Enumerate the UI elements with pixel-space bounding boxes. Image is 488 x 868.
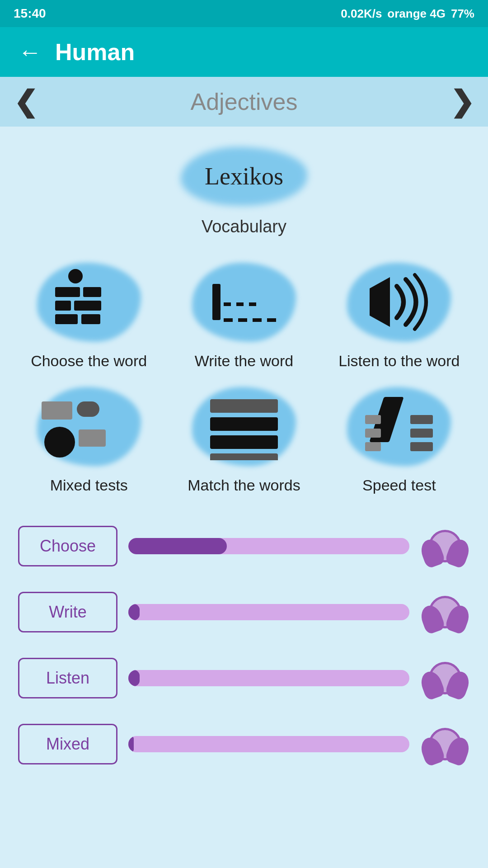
speed-test-label: Speed test bbox=[362, 476, 436, 494]
write-word-icon-container bbox=[192, 259, 296, 345]
svg-rect-17 bbox=[210, 417, 278, 431]
listen-icon bbox=[361, 268, 437, 336]
main-content: Lexikos Vocabulary bbox=[0, 127, 488, 796]
vocab-section: Lexikos Vocabulary bbox=[18, 145, 470, 236]
progress-row-write: Write bbox=[18, 587, 470, 637]
speed-svg-icon bbox=[361, 392, 437, 460]
progress-badge-listen bbox=[420, 653, 470, 703]
listen-svg-icon bbox=[361, 268, 437, 336]
mixed-tests-label: Mixed tests bbox=[50, 476, 128, 494]
write-word-label: Write the word bbox=[195, 352, 294, 370]
progress-fill-write bbox=[128, 604, 140, 620]
progress-bar-mixed bbox=[128, 736, 409, 752]
svg-rect-2 bbox=[83, 287, 101, 297]
progress-section: Choose Write Listen bbox=[18, 521, 470, 769]
svg-rect-3 bbox=[55, 301, 71, 311]
write-svg-icon bbox=[206, 270, 282, 334]
exercise-speed-test[interactable]: Speed test bbox=[328, 383, 470, 494]
svg-rect-18 bbox=[210, 435, 278, 449]
choose-icon bbox=[51, 268, 127, 336]
carrier-info: orange 4G bbox=[387, 7, 446, 21]
speed-test-icon-container bbox=[347, 383, 451, 469]
progress-fill-mixed bbox=[128, 736, 134, 752]
prev-category-button[interactable]: ❮ bbox=[14, 85, 38, 118]
speed-icon bbox=[361, 392, 437, 460]
vocab-label: Vocabulary bbox=[202, 217, 286, 236]
svg-rect-24 bbox=[365, 415, 381, 424]
svg-rect-6 bbox=[81, 314, 100, 324]
match-words-icon-container bbox=[192, 383, 296, 469]
svg-rect-21 bbox=[410, 415, 433, 424]
progress-mixed-button[interactable]: Mixed bbox=[18, 724, 117, 764]
svg-rect-15 bbox=[79, 429, 106, 447]
vocab-logo: Lexikos bbox=[181, 145, 307, 208]
choose-svg-icon bbox=[51, 268, 127, 336]
exercise-choose-word[interactable]: Choose the word bbox=[18, 259, 160, 370]
svg-rect-19 bbox=[210, 453, 278, 460]
badge-wings-write bbox=[420, 587, 470, 637]
mixed-icon bbox=[37, 392, 141, 460]
status-bar: 15:40 0.02K/s orange 4G 77% bbox=[0, 0, 488, 27]
progress-bar-write bbox=[128, 604, 409, 620]
listen-word-icon-container bbox=[347, 259, 451, 345]
progress-choose-button[interactable]: Choose bbox=[18, 526, 117, 566]
listen-word-label: Listen to the word bbox=[338, 352, 460, 370]
category-bar: ❮ Adjectives ❯ bbox=[0, 77, 488, 127]
next-category-button[interactable]: ❯ bbox=[450, 85, 474, 118]
svg-rect-13 bbox=[77, 401, 99, 417]
back-button[interactable]: ← bbox=[18, 38, 42, 66]
badge-wings-mixed bbox=[420, 719, 470, 769]
svg-point-14 bbox=[44, 427, 75, 458]
progress-badge-write bbox=[420, 587, 470, 637]
progress-row-mixed: Mixed bbox=[18, 719, 470, 769]
match-svg-icon bbox=[206, 392, 282, 460]
badge-wings-choose bbox=[420, 521, 470, 571]
choose-word-icon-container bbox=[37, 259, 141, 345]
match-words-label: Match the words bbox=[188, 476, 300, 494]
svg-rect-11 bbox=[370, 288, 390, 316]
exercise-listen-word[interactable]: Listen to the word bbox=[328, 259, 470, 370]
exercise-match-words[interactable]: Match the words bbox=[173, 383, 314, 494]
svg-rect-16 bbox=[210, 399, 278, 413]
progress-badge-choose bbox=[420, 521, 470, 571]
battery-level: 77% bbox=[451, 7, 474, 21]
svg-rect-1 bbox=[55, 287, 80, 297]
exercise-grid: Choose the word Write the word bbox=[18, 259, 470, 494]
svg-point-0 bbox=[68, 269, 83, 283]
header: ← Human bbox=[0, 27, 488, 77]
progress-row-choose: Choose bbox=[18, 521, 470, 571]
exercise-mixed-tests[interactable]: Mixed tests bbox=[18, 383, 160, 494]
network-speed: 0.02K/s bbox=[341, 7, 382, 21]
page-title: Human bbox=[55, 38, 135, 66]
svg-rect-12 bbox=[42, 401, 72, 420]
write-icon bbox=[206, 270, 282, 334]
badge-wings-listen bbox=[420, 653, 470, 703]
progress-row-listen: Listen bbox=[18, 653, 470, 703]
progress-badge-mixed bbox=[420, 719, 470, 769]
svg-rect-22 bbox=[410, 429, 433, 438]
mixed-svg-icon bbox=[37, 392, 114, 460]
svg-rect-4 bbox=[74, 301, 101, 311]
category-name: Adjectives bbox=[191, 88, 298, 115]
exercise-write-word[interactable]: Write the word bbox=[173, 259, 314, 370]
progress-write-button[interactable]: Write bbox=[18, 592, 117, 632]
progress-bar-listen bbox=[128, 670, 409, 686]
svg-rect-25 bbox=[365, 429, 381, 438]
progress-bar-choose bbox=[128, 538, 409, 554]
vocab-logo-text: Lexikos bbox=[205, 162, 283, 190]
progress-fill-choose bbox=[128, 538, 227, 554]
status-time: 15:40 bbox=[14, 6, 46, 21]
svg-rect-5 bbox=[55, 314, 78, 324]
choose-word-label: Choose the word bbox=[31, 352, 147, 370]
progress-fill-listen bbox=[128, 670, 140, 686]
progress-listen-button[interactable]: Listen bbox=[18, 658, 117, 698]
svg-rect-23 bbox=[410, 442, 433, 451]
svg-rect-7 bbox=[212, 284, 221, 320]
mixed-tests-icon-container bbox=[37, 383, 141, 469]
match-icon bbox=[206, 392, 282, 460]
svg-rect-26 bbox=[365, 442, 381, 451]
